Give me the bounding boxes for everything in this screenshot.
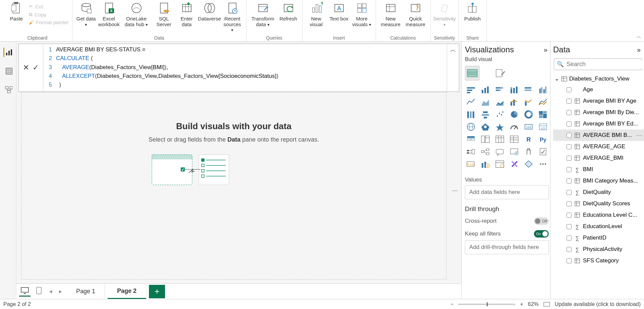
desktop-layout-icon[interactable] <box>19 287 31 297</box>
visual-type-36[interactable]: ⚡123 <box>465 159 477 169</box>
paste-button[interactable]: Paste <box>6 1 27 22</box>
values-dropwell[interactable]: Add data fields here <box>465 185 549 199</box>
visual-type-34[interactable] <box>523 147 535 157</box>
visual-type-17[interactable] <box>537 109 549 119</box>
text-box-button[interactable]: AText box <box>329 1 350 22</box>
formula-collapse-icon[interactable]: ︿ <box>447 44 459 92</box>
field-physicalactivity[interactable]: ∑PhysicalActivity <box>553 244 644 255</box>
field-checkbox[interactable] <box>567 213 572 218</box>
model-view-icon[interactable] <box>3 85 13 95</box>
build-visual-mode-icon[interactable] <box>465 66 480 81</box>
add-page-button[interactable]: + <box>149 285 165 298</box>
excel-workbook-button[interactable]: XExcel workbook <box>99 1 119 27</box>
field-average-bmi-by-age[interactable]: Average BMI BY Age <box>553 95 644 107</box>
field-checkbox[interactable] <box>567 144 572 149</box>
field-average-bmi-by-die-[interactable]: Average BMI By Die... <box>553 107 644 118</box>
onelake-button[interactable]: OneLake data hub ▾ <box>121 1 152 27</box>
more-icon[interactable]: ⋯ <box>636 132 644 139</box>
visual-type-4[interactable] <box>523 85 535 95</box>
field-checkbox[interactable] <box>567 156 572 161</box>
field-checkbox[interactable] <box>567 224 572 229</box>
formula-commit-icon[interactable]: ✓ <box>33 63 39 72</box>
visual-type-39[interactable] <box>508 159 520 169</box>
new-measure-button[interactable]: New measure <box>379 1 402 27</box>
visual-type-12[interactable] <box>465 109 477 119</box>
visual-type-27[interactable] <box>508 134 520 144</box>
visual-type-10[interactable] <box>523 97 535 107</box>
zoom-out-icon[interactable]: − <box>450 301 453 307</box>
visual-type-24[interactable]: ▲ <box>465 134 477 144</box>
vis-collapse-icon[interactable]: » <box>544 46 547 54</box>
visual-type-41[interactable] <box>537 159 549 169</box>
visual-type-2[interactable] <box>494 85 506 95</box>
field-age[interactable]: Age <box>553 84 644 95</box>
sensitivity-button[interactable]: Sensitivity▾ <box>434 1 455 27</box>
zoom-in-icon[interactable]: + <box>520 301 523 307</box>
field-dietquality-scores[interactable]: DietQuality Scores <box>553 198 644 209</box>
visual-type-26[interactable] <box>494 134 506 144</box>
visual-type-22[interactable]: 123 <box>523 122 535 132</box>
get-data-button[interactable]: Get data ▾ <box>76 1 97 27</box>
format-painter-button[interactable]: 🖌Format painter <box>29 19 69 25</box>
search-box[interactable]: 🔍 <box>554 58 642 70</box>
visual-type-40[interactable] <box>523 159 535 169</box>
field-checkbox[interactable] <box>567 110 572 115</box>
field-checkbox[interactable] <box>567 258 572 263</box>
visual-type-25[interactable] <box>479 134 491 144</box>
tab-prev-icon[interactable]: ◂ <box>47 288 54 295</box>
quick-measure-button[interactable]: Quick measure <box>404 1 427 27</box>
table-node[interactable]: ⌄ Diabetes_Factors_View <box>553 73 644 84</box>
field-bmi-category-meas-[interactable]: BMI Category Meas... <box>553 175 644 187</box>
visual-type-31[interactable] <box>479 147 491 157</box>
field-average-bmi[interactable]: AVERAGE_BMI <box>553 152 644 164</box>
refresh-button[interactable]: Refresh <box>278 1 299 22</box>
field-checkbox[interactable] <box>567 121 572 126</box>
visual-type-5[interactable] <box>537 85 549 95</box>
visual-type-8[interactable] <box>494 97 506 107</box>
fit-page-icon[interactable] <box>543 302 550 307</box>
field-patientid[interactable]: ∑PatientID <box>553 232 644 244</box>
visual-type-33[interactable] <box>508 147 520 157</box>
field-educationlevel[interactable]: ∑EducationLevel <box>553 221 644 232</box>
new-visual-button[interactable]: +New visual <box>306 1 327 27</box>
tab-next-icon[interactable]: ▸ <box>57 288 64 295</box>
update-available-link[interactable]: Update available (click to download) <box>555 301 641 307</box>
visual-type-21[interactable] <box>508 122 520 132</box>
formula-cancel-icon[interactable]: ✕ <box>23 63 29 72</box>
vertical-scrollbar[interactable]: — <box>452 188 458 196</box>
field-sfs-category[interactable]: SFS Category <box>553 255 644 266</box>
visual-type-6[interactable] <box>465 97 477 107</box>
field-checkbox[interactable] <box>567 99 572 104</box>
visual-type-28[interactable]: R <box>523 134 535 144</box>
formula-editor[interactable]: 1AVERAGE BMI BY SES-STATUS = 2CALCULATE … <box>43 44 447 92</box>
copy-button[interactable]: ⧉Copy <box>29 11 69 17</box>
collapse-ribbon-icon[interactable]: ︿ <box>637 34 641 40</box>
field-checkbox[interactable] <box>567 201 572 206</box>
tab-page-2[interactable]: Page 2 <box>108 284 146 299</box>
visual-type-3[interactable] <box>508 85 520 95</box>
visual-type-32[interactable] <box>494 147 506 157</box>
report-view-icon[interactable] <box>3 48 13 57</box>
field-checkbox[interactable] <box>567 87 572 92</box>
visual-type-19[interactable] <box>479 122 491 132</box>
cut-button[interactable]: ✂Cut <box>29 3 69 9</box>
visual-type-9[interactable] <box>508 97 520 107</box>
field-dietquality[interactable]: ∑DietQuality <box>553 187 644 198</box>
enter-data-button[interactable]: Enter data <box>176 1 197 27</box>
field-average-age[interactable]: AVERAGE_AGE <box>553 141 644 152</box>
visual-type-16[interactable] <box>523 109 535 119</box>
visual-type-14[interactable] <box>494 109 506 119</box>
more-visuals-button[interactable]: More visuals ▾ <box>352 1 372 27</box>
visual-type-35[interactable] <box>537 147 549 157</box>
visual-type-20[interactable] <box>494 122 506 132</box>
visual-type-30[interactable] <box>465 147 477 157</box>
field-educationa-level-c-[interactable]: Educationa Level C... <box>553 209 644 221</box>
visual-type-29[interactable]: Py <box>537 134 549 144</box>
visual-type-1[interactable] <box>479 85 491 95</box>
visual-type-13[interactable] <box>479 109 491 119</box>
sql-server-button[interactable]: SQL Server <box>154 1 174 27</box>
visual-type-11[interactable] <box>537 97 549 107</box>
cross-report-toggle[interactable]: Off <box>534 217 549 225</box>
data-collapse-icon[interactable]: » <box>637 46 641 54</box>
field-bmi[interactable]: ∑BMI <box>553 164 644 175</box>
